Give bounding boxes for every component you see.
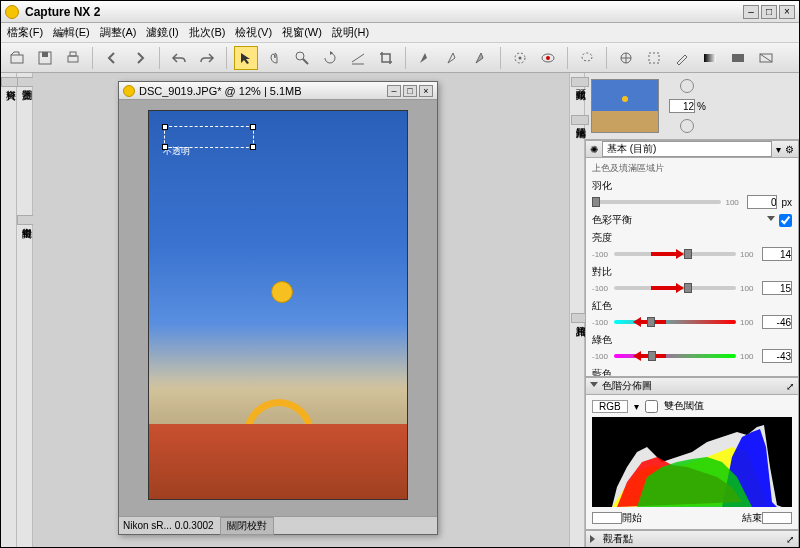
menu-edit[interactable]: 編輯(E): [53, 25, 90, 40]
watch-points-header[interactable]: 觀看點 ⤢: [585, 530, 799, 548]
panel-stack: % ✺ 基本 (目前) ▾ ⚙ 上色及填滿區域片 羽化 1: [585, 73, 799, 548]
tool-remove-icon[interactable]: [754, 46, 778, 70]
feather-row: 羽化 100 px: [592, 179, 792, 209]
menu-window[interactable]: 視窗(W): [282, 25, 322, 40]
menu-filter[interactable]: 濾鏡(I): [146, 25, 178, 40]
hist-end-input[interactable]: [762, 512, 792, 524]
svg-point-10: [519, 56, 522, 59]
menu-file[interactable]: 檔案(F): [7, 25, 43, 40]
document-window: DSC_9019.JPG* @ 12% | 5.1MB – □ × 不透明: [118, 81, 438, 535]
tool-fill-icon[interactable]: [726, 46, 750, 70]
menu-help[interactable]: 說明(H): [332, 25, 369, 40]
tool-undo-icon[interactable]: [167, 46, 191, 70]
tool-black-point-icon[interactable]: [413, 46, 437, 70]
histogram-header[interactable]: 色階分佈圖 ⤢: [585, 377, 799, 395]
color-balance-checkbox[interactable]: [779, 214, 792, 227]
tool-prev-icon[interactable]: [100, 46, 124, 70]
handle-icon[interactable]: [162, 124, 168, 130]
tool-print-icon[interactable]: [61, 46, 85, 70]
svg-rect-19: [732, 54, 744, 62]
menu-view[interactable]: 檢視(V): [235, 25, 272, 40]
histogram-panel: RGB ▾ 雙色閾值 開始: [585, 395, 799, 530]
tool-open-icon[interactable]: [5, 46, 29, 70]
balloon-graphic: [271, 281, 293, 303]
zoom-out-icon[interactable]: [680, 119, 694, 133]
tool-zoom-icon[interactable]: [290, 46, 314, 70]
tool-selection-control-icon[interactable]: [614, 46, 638, 70]
channel-dropdown[interactable]: RGB: [592, 400, 628, 413]
tool-neutral-point-icon[interactable]: [469, 46, 493, 70]
proof-status[interactable]: 關閉校對: [220, 517, 274, 535]
tool-hand-icon[interactable]: [262, 46, 286, 70]
expand-icon[interactable]: ⤢: [786, 534, 794, 545]
tool-redo-icon[interactable]: [195, 46, 219, 70]
close-button[interactable]: ×: [779, 5, 795, 19]
edit-section: 上色及填滿區域片 羽化 100 px 色彩平衡: [585, 158, 799, 377]
svg-line-21: [760, 54, 772, 62]
double-threshold-checkbox[interactable]: [645, 400, 658, 413]
doc-maximize-button[interactable]: □: [403, 85, 417, 97]
navigator-thumbnail[interactable]: [591, 79, 659, 133]
contrast-input[interactable]: [762, 281, 792, 295]
chevron-down-icon: [590, 382, 598, 391]
selection-box[interactable]: 不透明: [164, 126, 254, 148]
green-slider[interactable]: [614, 354, 736, 358]
tool-straighten-icon[interactable]: [346, 46, 370, 70]
brightness-input[interactable]: [762, 247, 792, 261]
tool-rotate-icon[interactable]: [318, 46, 342, 70]
tool-marquee-icon[interactable]: [642, 46, 666, 70]
maximize-button[interactable]: □: [761, 5, 777, 19]
right-panels: 鳥瞰鏡頭 編輯清單 相片資訊 % ✺: [569, 73, 799, 548]
expand-icon[interactable]: ⤢: [786, 381, 794, 392]
zoom-in-icon[interactable]: [680, 79, 694, 93]
tool-brush-icon[interactable]: [670, 46, 694, 70]
canvas-area[interactable]: DSC_9019.JPG* @ 12% | 5.1MB – □ × 不透明: [33, 73, 569, 548]
feather-slider[interactable]: [592, 200, 721, 204]
tool-red-eye-icon[interactable]: [536, 46, 560, 70]
app-title: Capture NX 2: [25, 5, 741, 19]
red-slider[interactable]: [614, 320, 736, 324]
chevron-down-icon[interactable]: [767, 216, 775, 225]
handle-icon[interactable]: [162, 144, 168, 150]
chevron-down-icon[interactable]: ▾: [634, 401, 639, 412]
tool-next-icon[interactable]: [128, 46, 152, 70]
color-balance-header[interactable]: 色彩平衡: [592, 213, 792, 227]
green-input[interactable]: [762, 349, 792, 363]
document-titlebar[interactable]: DSC_9019.JPG* @ 12% | 5.1MB – □ ×: [119, 82, 437, 100]
zoom-input[interactable]: [669, 99, 695, 113]
tool-control-point-icon[interactable]: [508, 46, 532, 70]
tool-arrow-icon[interactable]: [234, 46, 258, 70]
edit-dropdown[interactable]: 基本 (目前): [602, 141, 772, 157]
histogram-display[interactable]: [592, 417, 792, 507]
handle-icon[interactable]: [250, 144, 256, 150]
svg-point-12: [546, 56, 550, 60]
tool-crop-icon[interactable]: [374, 46, 398, 70]
tool-white-point-icon[interactable]: [441, 46, 465, 70]
contrast-slider[interactable]: [614, 286, 736, 290]
contrast-row: 對比 -100 100: [592, 265, 792, 295]
menu-adjust[interactable]: 調整(A): [100, 25, 137, 40]
doc-minimize-button[interactable]: –: [387, 85, 401, 97]
doc-close-button[interactable]: ×: [419, 85, 433, 97]
arrow-left-icon: [626, 351, 666, 361]
minimize-button[interactable]: –: [743, 5, 759, 19]
gear-icon[interactable]: ⚙: [785, 144, 794, 155]
right-gutter: 鳥瞰鏡頭 編輯清單 相片資訊: [569, 73, 585, 548]
document-statusbar: Nikon sR... 0.0.3002 關閉校對: [119, 516, 437, 534]
left-gutter-2: 瀏覽器 中繼資料: [17, 73, 33, 548]
app-icon: [5, 5, 19, 19]
menu-batch[interactable]: 批次(B): [189, 25, 226, 40]
red-input[interactable]: [762, 315, 792, 329]
document-image[interactable]: 不透明: [148, 110, 408, 500]
hist-start-input[interactable]: [592, 512, 622, 524]
handle-icon[interactable]: [250, 124, 256, 130]
tool-save-icon[interactable]: [33, 46, 57, 70]
tool-gradient-icon[interactable]: [698, 46, 722, 70]
crowd-graphic: [149, 424, 407, 499]
feather-input[interactable]: [747, 195, 777, 209]
brightness-slider[interactable]: [614, 252, 736, 256]
tool-lasso-icon[interactable]: [575, 46, 599, 70]
chevron-down-icon[interactable]: ▾: [776, 144, 781, 155]
toolbar: [1, 43, 799, 73]
svg-point-5: [296, 52, 304, 60]
